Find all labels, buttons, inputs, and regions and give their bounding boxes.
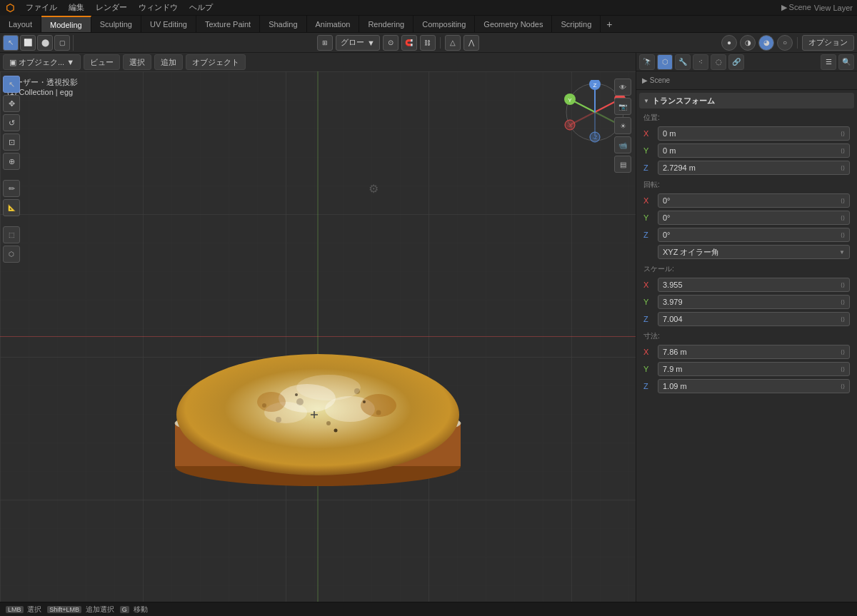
object-mode-btn[interactable]: ▣ オブジェク... ▼ [3,54,81,70]
dim-y-arrows[interactable]: ⟨⟩ [841,366,845,373]
viewport-shading-material[interactable]: ◑ [740,35,756,51]
dim-x-label: X [643,348,655,356]
scale-y-row: Y 3.979 ⟨⟩ [641,294,853,310]
tab-layout[interactable]: Layout [0,16,41,32]
proportional-edit-btn[interactable]: ⊙ [383,35,399,51]
tab-scripting[interactable]: Scripting [552,16,601,32]
viewport-render-btn[interactable]: 📹 [614,136,631,153]
viewport-camera-btn[interactable]: 📷 [614,98,631,115]
euler-dropdown-arrow[interactable]: ▼ [839,249,845,256]
menu-file[interactable]: ファイル [20,0,63,15]
auto-merge-btn[interactable]: ⛓ [420,35,436,51]
tab-uv-editing[interactable]: UV Editing [141,16,196,32]
select-circle-btn[interactable]: ⬤ [37,35,53,51]
scale-y-value: 3.979 [663,298,683,306]
tab-sculpting[interactable]: Sculpting [91,16,141,32]
rot-z-input[interactable]: 0° ⟨⟩ [658,228,850,242]
cursor-mode-btn[interactable]: ↖ [3,35,19,51]
pos-x-arrows[interactable]: ⟨⟩ [841,131,845,137]
pos-x-input[interactable]: 0 m ⟨⟩ [658,126,850,141]
rot-z-arrows[interactable]: ⟨⟩ [841,232,845,238]
dim-x-input[interactable]: 7.86 m ⟨⟩ [658,345,850,359]
viewport-shading-rendered[interactable]: ◕ [758,35,774,51]
toolbar-divider [440,37,441,49]
dim-x-arrows[interactable]: ⟨⟩ [841,349,845,355]
euler-mode-dropdown[interactable]: XYZ オイラー角 ▼ [658,245,850,259]
mode-toolbar-group: ↖ ⬜ ⬤ ▢ [3,35,74,51]
dropdown-arrow-icon: ▼ [367,39,375,47]
tab-animation[interactable]: Animation [307,16,360,32]
dim-z-value: 1.09 m [663,382,687,390]
scale-x-input[interactable]: 3.955 ⟨⟩ [658,278,850,292]
viewport-shading-solid[interactable]: ● [721,35,737,51]
properties-content: ▼ トランスフォーム 位置: X 0 m ⟨⟩ Y 0 m ⟨⟩ [636,90,857,400]
rot-y-label: Y [643,213,655,222]
scale-z-arrows[interactable]: ⟨⟩ [841,316,845,323]
tab-rendering[interactable]: Rendering [359,16,414,32]
poly-build-btn[interactable]: ⬡ [3,246,20,263]
scale-z-input[interactable]: 7.004 ⟨⟩ [658,312,850,326]
view-menu-btn[interactable]: ビュー [84,54,120,70]
viewport-controls: 👁 📷 ☀ 📹 ▤ [614,79,631,173]
snap-btn[interactable]: 🧲 [401,35,417,51]
menu-window[interactable]: ウィンドウ [133,0,184,15]
pos-z-arrows[interactable]: ⟨⟩ [841,165,845,171]
select-lasso-btn[interactable]: ▢ [54,35,70,51]
scale-x-arrows[interactable]: ⟨⟩ [841,282,845,288]
tab-modeling[interactable]: Modeling [41,16,91,32]
measure-tool-btn[interactable]: 📐 [3,199,20,216]
scale-y-input[interactable]: 3.979 ⟨⟩ [658,295,850,309]
scale-tool-btn[interactable]: ⊡ [3,133,20,151]
viewport-shading-wireframe[interactable]: ○ [777,35,793,51]
viewport-3d[interactable]: ユーザー・透視投影 (1) Collection | egg ⚙ [0,71,636,602]
scale-x-row: X 3.955 ⟨⟩ [641,277,853,293]
pos-y-input[interactable]: 0 m ⟨⟩ [658,143,850,158]
move-tool-btn[interactable]: ✥ [3,95,20,112]
rot-x-arrows[interactable]: ⟨⟩ [841,198,845,204]
scale-y-arrows[interactable]: ⟨⟩ [841,299,845,306]
pos-z-input[interactable]: 2.7294 m ⟨⟩ [658,161,850,175]
annotate-tool-btn[interactable]: ✏ [3,180,20,197]
add-cube-btn[interactable]: ⬚ [3,226,20,243]
viewport-overlay-btn[interactable]: ▤ [614,156,631,173]
svg-point-19 [257,392,286,412]
add-menu-btn[interactable]: 追加 [154,54,183,70]
tab-texture-paint[interactable]: Texture Paint [196,16,260,32]
transform-section-header[interactable]: ▼ トランスフォーム [639,93,854,108]
tab-geometry-nodes[interactable]: Geometry Nodes [475,16,552,32]
object-menu-btn[interactable]: オブジェクト [186,54,246,70]
viewport-sun-btn[interactable]: ☀ [614,117,631,134]
scale-z-value: 7.004 [663,315,683,323]
viewport-eye-btn[interactable]: 👁 [614,79,631,96]
dim-y-value: 7.9 m [663,365,683,373]
dim-y-input[interactable]: 7.9 m ⟨⟩ [658,362,850,376]
wedge-btn[interactable]: ⋀ [463,35,479,51]
transform-tool-btn[interactable]: ⊕ [3,153,20,170]
select-menu-btn[interactable]: 選択 [123,54,151,70]
tab-shading[interactable]: Shading [260,16,306,32]
select-box-btn[interactable]: ⬜ [20,35,36,51]
mode-select-dropdown[interactable]: グロー ▼ [336,35,380,51]
euler-mode-value: XYZ オイラー角 [663,247,719,258]
rot-x-input[interactable]: 0° ⟨⟩ [658,193,850,208]
options-button[interactable]: オプション [802,35,854,51]
dim-z-arrows[interactable]: ⟨⟩ [841,383,845,390]
scale-y-label: Y [643,298,655,306]
position-x-row: X 0 m ⟨⟩ [641,126,853,141]
face-orientation-btn[interactable]: △ [445,35,461,51]
pie-object-3d [157,330,478,488]
add-workspace-button[interactable]: + [601,16,618,32]
menu-help[interactable]: ヘルプ [184,0,219,15]
rot-y-arrows[interactable]: ⟨⟩ [841,215,845,221]
select-tool-btn[interactable]: ↖ [3,76,20,93]
tab-compositing[interactable]: Compositing [414,16,475,32]
position-y-row: Y 0 m ⟨⟩ [641,143,853,158]
menu-render[interactable]: レンダー [90,0,133,15]
icon-snap-btn[interactable]: ⊞ [317,35,333,51]
dim-z-input[interactable]: 1.09 m ⟨⟩ [658,379,850,393]
rot-y-input[interactable]: 0° ⟨⟩ [658,211,850,225]
pos-y-arrows[interactable]: ⟨⟩ [841,148,845,154]
rotation-x-row: X 0° ⟨⟩ [641,193,853,208]
menu-edit[interactable]: 編集 [63,0,90,15]
rotate-tool-btn[interactable]: ↺ [3,114,20,131]
